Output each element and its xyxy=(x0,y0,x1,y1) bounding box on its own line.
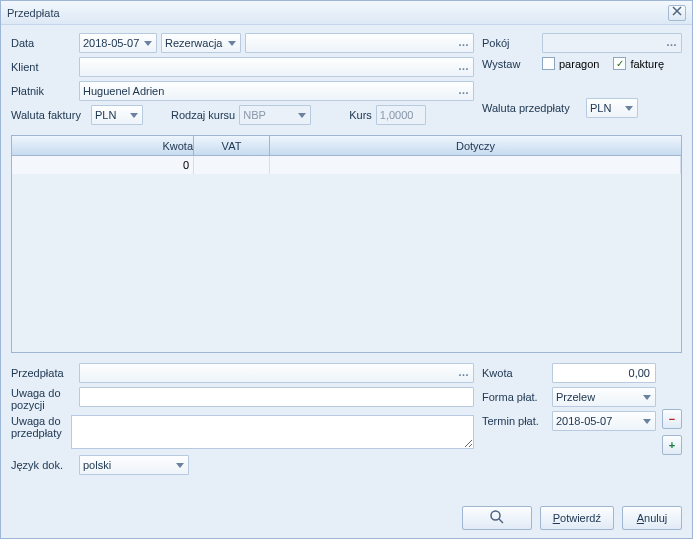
plus-icon: + xyxy=(669,439,675,451)
prepayment-label: Przedpłata xyxy=(11,367,75,379)
payment-form-dropdown[interactable]: Przelew xyxy=(552,387,656,407)
cell-concerns[interactable] xyxy=(270,156,681,174)
title-bar: Przedpłata xyxy=(1,1,692,25)
items-grid[interactable]: Kwota VAT Dotyczy 0 xyxy=(11,135,682,353)
payer-lookup[interactable]: Huguenel Adrien xyxy=(79,81,474,101)
item-note-input[interactable] xyxy=(79,387,474,407)
window-title: Przedpłata xyxy=(7,7,668,19)
amount-label: Kwota xyxy=(482,367,548,379)
date-input[interactable]: 2018-05-07 xyxy=(79,33,157,53)
source-lookup[interactable] xyxy=(245,33,474,53)
dialog-buttons: Potwierdź Anuluj xyxy=(462,506,682,530)
invoice-currency-dropdown[interactable]: PLN xyxy=(91,105,143,125)
column-header-amount[interactable]: Kwota xyxy=(12,136,194,156)
prepayment-note-input[interactable] xyxy=(71,415,474,449)
button-label: Anuluj xyxy=(637,512,668,524)
invoice-currency-label: Waluta faktury xyxy=(11,109,87,121)
prepayment-currency-dropdown[interactable]: PLN xyxy=(586,98,638,118)
svg-line-1 xyxy=(499,519,503,523)
room-lookup xyxy=(542,33,682,53)
prepayment-dialog: Przedpłata Data 2018-05-07 Rezerwacja xyxy=(0,0,693,539)
rate-type-label: Rodzaj kursu xyxy=(171,109,235,121)
payment-form-label: Forma płat. xyxy=(482,391,548,403)
button-label: Potwierdź xyxy=(553,512,601,524)
type-dropdown[interactable]: Rezerwacja xyxy=(161,33,241,53)
remove-button[interactable]: − xyxy=(662,409,682,429)
cell-vat[interactable] xyxy=(194,156,270,174)
close-button[interactable] xyxy=(668,5,686,21)
client-lookup[interactable] xyxy=(79,57,474,77)
svg-point-0 xyxy=(491,511,500,520)
preview-button[interactable] xyxy=(462,506,532,530)
checkbox-icon xyxy=(613,57,626,70)
cell-amount[interactable]: 0 xyxy=(12,156,194,174)
amount-input[interactable] xyxy=(552,363,656,383)
rate-label: Kurs xyxy=(349,109,372,121)
receipt-checkbox[interactable]: paragon xyxy=(542,57,599,70)
search-icon xyxy=(489,509,505,527)
client-label: Klient xyxy=(11,61,75,73)
rate-type-dropdown[interactable]: NBP xyxy=(239,105,311,125)
prepayment-currency-label: Waluta przedpłaty xyxy=(482,102,582,114)
room-label: Pokój xyxy=(482,37,538,49)
rate-input: 1,0000 xyxy=(376,105,426,125)
minus-icon: − xyxy=(669,413,675,425)
column-header-concerns[interactable]: Dotyczy xyxy=(270,136,681,156)
cancel-button[interactable]: Anuluj xyxy=(622,506,682,530)
prepayment-note-label: Uwaga do przedpłaty xyxy=(11,415,67,439)
payment-term-label: Termin płat. xyxy=(482,415,548,427)
table-row[interactable]: 0 xyxy=(12,156,681,174)
checkbox-icon xyxy=(542,57,555,70)
prepayment-lookup[interactable] xyxy=(79,363,474,383)
item-note-label: Uwaga do pozycji xyxy=(11,387,75,411)
issue-label: Wystaw xyxy=(482,58,538,70)
column-header-vat[interactable]: VAT xyxy=(194,136,270,156)
date-label: Data xyxy=(11,37,75,49)
doc-language-dropdown[interactable]: polski xyxy=(79,455,189,475)
grid-body[interactable]: 0 xyxy=(12,156,681,352)
payment-term-input[interactable]: 2018-05-07 xyxy=(552,411,656,431)
add-button[interactable]: + xyxy=(662,435,682,455)
invoice-checkbox[interactable]: fakturę xyxy=(613,57,664,70)
grid-header: Kwota VAT Dotyczy xyxy=(12,136,681,156)
confirm-button[interactable]: Potwierdź xyxy=(540,506,614,530)
doc-language-label: Język dok. xyxy=(11,459,75,471)
payer-label: Płatnik xyxy=(11,85,75,97)
